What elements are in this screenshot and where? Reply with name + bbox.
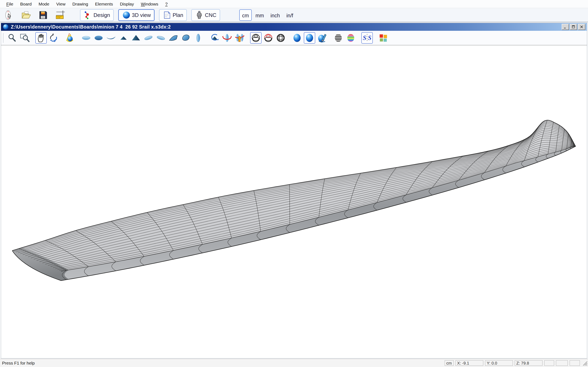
resize-grip[interactable] (582, 361, 588, 366)
symmetry-view-icon[interactable]: SS (361, 32, 373, 44)
status-unit-cell: cm (445, 360, 454, 366)
render-solid-icon[interactable] (291, 32, 303, 44)
status-help-text: Press F1 for help (2, 359, 35, 367)
unit-button-inf[interactable]: in/f (284, 9, 296, 21)
pan-hand-icon[interactable] (35, 32, 47, 44)
rotate-yaw-icon[interactable] (221, 32, 233, 44)
svg-text:S: S (363, 34, 366, 42)
render-wireframe-icon[interactable] (250, 32, 261, 44)
render-shaded-icon[interactable] (304, 32, 315, 44)
menu-bar: FileBoardModeViewDrawingElementsDisplayW… (0, 0, 588, 8)
view-front-large-icon[interactable] (130, 32, 142, 44)
mode-button-label: Plan (173, 12, 183, 18)
color-settings-icon[interactable] (378, 32, 389, 44)
sphere-3d-icon (122, 11, 131, 19)
menu-item-windows[interactable]: Windows (138, 0, 162, 8)
open-folder-icon[interactable] (20, 9, 31, 21)
menu-item-mode[interactable]: Mode (35, 0, 53, 8)
view-toolbar-group (209, 32, 245, 44)
status-empty-cell (544, 360, 554, 366)
view-toolbar-group (291, 32, 328, 44)
design-icon (84, 11, 92, 19)
view-toolbar-group (378, 32, 389, 44)
render-zebra-icon[interactable] (333, 32, 344, 44)
status-empty-cell (556, 360, 568, 366)
window-title: Z:\Users\dennery\Documents\Boards\minion… (11, 24, 171, 30)
cnc-icon (195, 11, 204, 19)
design-mode-button[interactable]: Design (80, 9, 114, 21)
toolbar-grip[interactable] (3, 33, 4, 43)
status-empty-cell (570, 360, 580, 366)
mode-button-group: Design3D viewPlanCNC (80, 9, 220, 21)
view-bottom-icon[interactable] (93, 32, 104, 44)
svg-text:S: S (368, 34, 371, 42)
menu-item-view[interactable]: View (53, 0, 69, 8)
view-toolbar-group (80, 32, 204, 44)
mode-button-label: CNC (205, 12, 216, 18)
view-toolbar-group (333, 32, 356, 44)
unit-button-cm[interactable]: cm (239, 9, 252, 21)
unit-button-inch[interactable]: inch (268, 9, 283, 21)
view-toolbar: SS (1, 31, 587, 45)
view-perspective-2-icon[interactable] (155, 32, 167, 44)
render-mesh-icon[interactable] (275, 32, 286, 44)
svg-text:1 0: 1 0 (57, 16, 60, 18)
status-y-cell: Y: 0.0 (485, 360, 513, 366)
rotate-view-icon[interactable] (48, 32, 59, 44)
rotate-front-icon[interactable] (209, 32, 220, 44)
mode-button-label: Design (94, 12, 110, 18)
view-toolbar-group (64, 32, 76, 44)
shape3d-app: FileBoardModeViewDrawingElementsDisplayW… (0, 0, 588, 367)
view-top-icon[interactable] (80, 32, 92, 44)
plan-mode-button[interactable]: Plan (159, 9, 187, 21)
view-side-icon[interactable] (105, 32, 117, 44)
3d-view-mode-button[interactable]: 3D view (118, 9, 155, 21)
menu-item-help[interactable]: ? (162, 0, 171, 8)
view-toolbar-group (7, 32, 30, 44)
status-bar: Press F1 for help cmX: -9.1Y: 0.0Z: 79.8 (0, 359, 588, 367)
save-icon[interactable] (38, 9, 49, 21)
file-icon-group: 1 0 (3, 9, 66, 21)
render-curvature-icon[interactable] (345, 32, 356, 44)
window-controls (562, 24, 585, 30)
render-paint-icon[interactable] (316, 32, 328, 44)
measurements-icon[interactable]: 1 0 (55, 9, 66, 21)
zoom-area-icon[interactable] (19, 32, 30, 44)
rotate-flip-icon[interactable] (234, 32, 245, 44)
status-x-cell: X: -9.1 (456, 360, 483, 366)
view-toolbar-group (35, 32, 59, 44)
status-coordinate-cells: cmX: -9.1Y: 0.0Z: 79.8 (445, 360, 580, 366)
menu-item-display[interactable]: Display (116, 0, 138, 8)
mode-button-label: 3D view (132, 12, 151, 18)
menu-item-board[interactable]: Board (17, 0, 35, 8)
document-window: Z:\Users\dennery\Documents\Boards\minion… (1, 23, 587, 359)
main-toolbar: 1 0 Design3D viewPlanCNC cmmminchin/f (0, 8, 588, 22)
menu-item-file[interactable]: File (3, 0, 17, 8)
zoom-icon[interactable] (7, 32, 18, 44)
menu-item-drawing[interactable]: Drawing (69, 0, 92, 8)
view-perspective-3-icon[interactable] (168, 32, 179, 44)
view-toolbar-group (250, 32, 286, 44)
view-toolbar-group: SS (361, 32, 373, 44)
render-wireframe-red-icon[interactable] (263, 32, 274, 44)
minimize-button[interactable] (562, 24, 569, 30)
title-bar: Z:\Users\dennery\Documents\Boards\minion… (1, 23, 587, 31)
view-perspective-1-icon[interactable] (143, 32, 154, 44)
menu-item-elements[interactable]: Elements (92, 0, 117, 8)
surfboard-3d-render (1, 45, 587, 358)
maximize-button[interactable] (570, 24, 577, 30)
new-board-icon[interactable] (3, 9, 14, 21)
view-end-icon[interactable] (192, 32, 204, 44)
app-sphere-icon (3, 24, 9, 30)
3d-canvas[interactable] (1, 45, 587, 358)
unit-button-group: cmmminchin/f (239, 9, 296, 21)
view-perspective-4-icon[interactable] (180, 32, 191, 44)
lighting-icon[interactable] (64, 32, 76, 44)
cnc-mode-button[interactable]: CNC (191, 9, 220, 21)
close-button[interactable] (578, 24, 585, 30)
view-front-small-icon[interactable] (118, 32, 129, 44)
status-z-cell: Z: 79.8 (515, 360, 543, 366)
plan-icon (163, 11, 171, 19)
unit-button-mm[interactable]: mm (252, 9, 267, 21)
